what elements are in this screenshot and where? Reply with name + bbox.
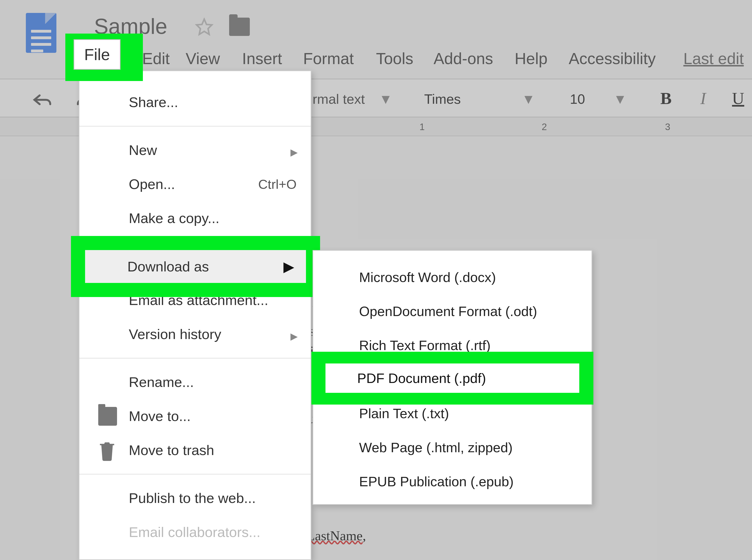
- menu-tools[interactable]: Tools: [376, 49, 413, 67]
- folder-move-icon[interactable]: [229, 18, 250, 36]
- menu-view[interactable]: View: [186, 49, 220, 67]
- highlight-download-as: Download as ▶: [71, 236, 320, 297]
- menu-edit[interactable]: Edit: [142, 49, 170, 67]
- paragraph-style-value: rmal text: [312, 91, 365, 106]
- menu-accessibility[interactable]: Accessibility: [569, 49, 656, 67]
- svg-marker-0: [197, 19, 212, 35]
- folder-icon: [98, 407, 117, 426]
- paragraph-style-dropdown[interactable]: rmal text▼: [312, 91, 392, 107]
- ruler-mark: 3: [665, 122, 670, 132]
- submenu-item-html[interactable]: Web Page (.html, zipped): [313, 431, 592, 464]
- menu-item-open[interactable]: Open...Ctrl+O: [79, 167, 311, 201]
- ruler-mark: 2: [542, 122, 547, 132]
- caret-down-icon: ▼: [613, 91, 627, 107]
- submenu-arrow-icon: ▶: [290, 147, 298, 158]
- font-size-dropdown[interactable]: 10▼: [570, 91, 585, 107]
- menu-item-move-to-trash[interactable]: Move to trash: [79, 433, 311, 467]
- trash-icon: [98, 441, 117, 460]
- font-family-value: Times: [424, 91, 461, 106]
- menu-item-download-as[interactable]: Download as ▶: [85, 250, 306, 283]
- menu-item-rename[interactable]: Rename...: [79, 365, 311, 399]
- submenu-item-odt[interactable]: OpenDocument Format (.odt): [313, 294, 592, 328]
- doc-line: ear Mr./Ms. LastName,: [239, 527, 752, 544]
- menu-help[interactable]: Help: [515, 49, 547, 67]
- submenu-item-pdf[interactable]: PDF Document (.pdf): [326, 363, 579, 393]
- underline-button[interactable]: U: [732, 89, 744, 108]
- submenu-arrow-icon: ▶: [290, 331, 298, 342]
- menu-item-share[interactable]: Share...: [79, 85, 311, 119]
- menu-item-publish[interactable]: Publish to the web...: [79, 481, 311, 515]
- ruler-mark: 1: [420, 122, 425, 132]
- bold-button[interactable]: B: [660, 89, 672, 108]
- undo-button[interactable]: [32, 92, 53, 109]
- italic-button[interactable]: I: [700, 89, 706, 108]
- menu-format[interactable]: Format: [303, 49, 354, 67]
- menu-item-make-copy[interactable]: Make a copy...: [79, 201, 311, 235]
- submenu-item-docx[interactable]: Microsoft Word (.docx): [313, 260, 592, 294]
- file-menu-dropdown: Share... New▶ Open...Ctrl+O Make a copy.…: [79, 71, 311, 560]
- caret-down-icon: ▼: [522, 91, 535, 107]
- menu-item-move-to[interactable]: Move to...: [79, 399, 311, 433]
- last-edit-link[interactable]: Last edit: [683, 49, 744, 67]
- menu-item-email-collaborators: Email collaborators...: [79, 515, 311, 549]
- font-family-dropdown[interactable]: Times▼: [424, 91, 461, 107]
- star-icon[interactable]: [195, 18, 213, 36]
- highlight-pdf: PDF Document (.pdf): [311, 352, 593, 404]
- menu-insert[interactable]: Insert: [242, 49, 282, 67]
- submenu-arrow-icon: ▶: [284, 258, 294, 275]
- submenu-item-epub[interactable]: EPUB Publication (.epub): [313, 464, 592, 499]
- caret-down-icon: ▼: [379, 91, 392, 106]
- font-size-value: 10: [570, 91, 585, 106]
- doc-line: read about Company X's retail management…: [239, 556, 752, 560]
- highlight-file: File: [65, 34, 143, 81]
- menu-item-version-history[interactable]: Version history▶: [79, 317, 311, 351]
- menu-file[interactable]: File: [74, 39, 120, 70]
- keyboard-shortcut: Ctrl+O: [258, 177, 296, 192]
- menu-item-new[interactable]: New▶: [79, 133, 311, 167]
- menu-addons[interactable]: Add-ons: [433, 49, 493, 67]
